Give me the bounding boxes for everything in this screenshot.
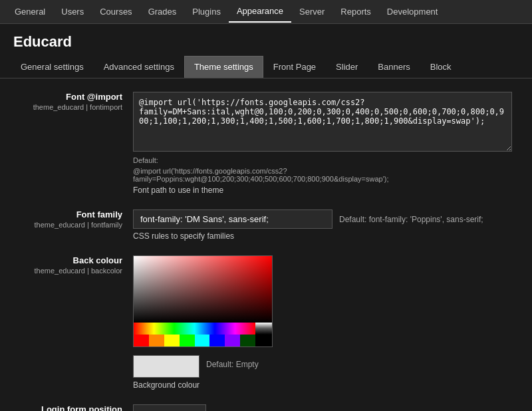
nav-development[interactable]: Development — [379, 1, 446, 22]
font-import-default-value: @import url('https://fonts.googleapis.co… — [133, 167, 519, 183]
tab-advanced-settings[interactable]: Advanced settings — [94, 56, 184, 78]
font-family-control: Default: font-family: 'Poppins', sans-se… — [133, 209, 519, 241]
color-saturation-field[interactable] — [134, 256, 272, 323]
main-content: Font @import theme_educard | fontimport … — [0, 78, 532, 411]
font-family-default: Default: font-family: 'Poppins', sans-se… — [339, 215, 483, 224]
font-import-label: Font @import theme_educard | fontimport — [13, 92, 133, 111]
font-family-help: CSS rules to specify families — [133, 231, 519, 241]
font-family-input[interactable] — [133, 209, 332, 229]
colour-default-text: Default: Empty — [206, 360, 259, 369]
swatch-violet[interactable] — [225, 335, 240, 346]
login-position-select[interactable]: Left Right Center — [133, 404, 206, 411]
swatch-dark-green[interactable] — [240, 335, 255, 346]
nav-general[interactable]: General — [7, 1, 53, 22]
back-colour-row: Back colour theme_educard | backcolor — [13, 255, 519, 390]
color-dark-strip[interactable] — [255, 323, 272, 335]
secondary-tabs: General settings Advanced settings Theme… — [0, 56, 532, 78]
swatch-red[interactable] — [134, 335, 149, 346]
font-import-control: Default: @import url('https://fonts.goog… — [133, 92, 519, 195]
font-import-default-label: Default: — [133, 156, 519, 164]
color-preview[interactable] — [133, 355, 200, 378]
nav-grades[interactable]: Grades — [140, 1, 185, 22]
tab-block[interactable]: Block — [420, 56, 462, 78]
nav-users[interactable]: Users — [53, 1, 92, 22]
swatch-black[interactable] — [255, 335, 272, 346]
font-import-textarea[interactable] — [133, 92, 512, 152]
font-family-label: Font family theme_educard | fontfamily — [13, 209, 133, 229]
swatch-orange[interactable] — [149, 335, 164, 346]
login-position-wrapper: Left Right Center — [133, 404, 206, 411]
login-form-control: Left Right Center Select the login form … — [133, 404, 519, 411]
tab-general-settings[interactable]: General settings — [11, 56, 94, 78]
color-hue-bar[interactable] — [134, 323, 255, 335]
font-import-help: Font path to use in theme — [133, 186, 519, 195]
tab-banners[interactable]: Banners — [368, 56, 420, 78]
color-picker[interactable] — [133, 255, 273, 347]
nav-reports[interactable]: Reports — [332, 1, 379, 22]
tab-front-page[interactable]: Front Page — [263, 56, 326, 78]
color-swatches — [134, 335, 272, 346]
nav-appearance[interactable]: Appearance — [229, 1, 291, 23]
login-form-label: Login form position theme_educard | logi… — [13, 404, 133, 411]
back-colour-help: Background colour — [133, 380, 519, 390]
back-colour-label: Back colour theme_educard | backcolor — [13, 255, 133, 275]
back-colour-control: Default: Empty Background colour — [133, 255, 519, 390]
swatch-green[interactable] — [180, 335, 195, 346]
login-form-position-row: Login form position theme_educard | logi… — [13, 404, 519, 411]
page-title: Educard — [0, 24, 532, 56]
nav-plugins[interactable]: Plugins — [184, 1, 229, 22]
font-family-row: Font family theme_educard | fontfamily D… — [13, 209, 519, 241]
swatch-yellow[interactable] — [164, 335, 180, 346]
nav-courses[interactable]: Courses — [92, 1, 140, 22]
tab-theme-settings[interactable]: Theme settings — [184, 56, 263, 78]
tab-slider[interactable]: Slider — [326, 56, 368, 78]
nav-server[interactable]: Server — [291, 1, 332, 22]
swatch-cyan[interactable] — [195, 335, 210, 346]
swatch-blue[interactable] — [209, 335, 225, 346]
top-navigation: General Users Courses Grades Plugins App… — [0, 0, 532, 24]
color-hue-row — [134, 323, 272, 335]
font-import-row: Font @import theme_educard | fontimport … — [13, 92, 519, 195]
